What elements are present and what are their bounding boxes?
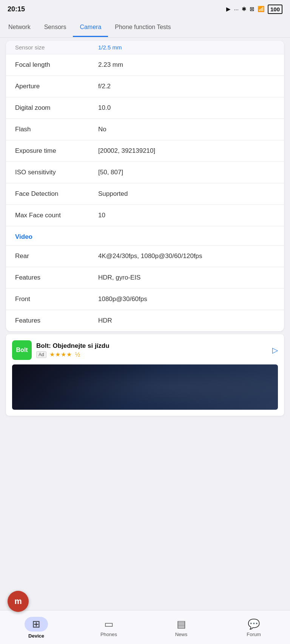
news-nav-label: News — [175, 632, 188, 637]
front-video-row: Front 1080p@30/60fps — [6, 289, 284, 310]
rear-features-value: HDR, gyro-EIS — [98, 274, 275, 281]
nfc-icon: ⊠ — [250, 6, 255, 12]
ad-star-half: ½ — [75, 351, 80, 358]
digital-zoom-row: Digital zoom 10.0 — [6, 97, 284, 119]
aperture-value: f/2.2 — [98, 83, 275, 90]
ad-header: Bolt Bolt: Objednejte si jízdu Ad ★★★★½ … — [12, 340, 278, 360]
ad-image-background — [12, 364, 278, 410]
exposure-time-label: Exposure time — [15, 147, 98, 155]
ad-logo: Bolt — [12, 340, 32, 360]
tab-sensors[interactable]: Sensors — [37, 18, 73, 37]
device-nav-label: Device — [28, 633, 44, 639]
face-detection-value: Supported — [98, 190, 275, 198]
ad-text-block: Bolt: Objednejte si jízdu Ad ★★★★½ — [36, 342, 110, 358]
device-icon-wrapper: ⊞ — [25, 617, 48, 632]
battery-indicator: 100 — [268, 5, 282, 14]
sensor-size-label: Sensor size — [15, 44, 98, 51]
flash-row: Flash No — [6, 119, 284, 140]
phones-icon: ▭ — [104, 618, 114, 630]
ad-info: Bolt Bolt: Objednejte si jízdu Ad ★★★★½ — [12, 340, 110, 360]
rear-label: Rear — [15, 252, 98, 260]
nav-item-news[interactable]: ▤ News — [145, 615, 218, 637]
nav-item-phones[interactable]: ▭ Phones — [72, 615, 145, 637]
phones-nav-label: Phones — [100, 632, 117, 637]
status-icons: ▶ ··· ✱ ⊠ 📶 100 — [226, 5, 282, 14]
tab-phone-function[interactable]: Phone function Tests — [108, 18, 177, 37]
front-features-label: Features — [15, 317, 98, 324]
front-label: Front — [15, 295, 98, 303]
focal-length-label: Focal length — [15, 61, 98, 69]
focal-length-value: 2.23 mm — [98, 61, 275, 69]
aperture-label: Aperture — [15, 83, 98, 90]
forum-nav-label: Forum — [247, 632, 261, 637]
forum-icon: 💬 — [248, 618, 260, 630]
digital-zoom-value: 10.0 — [98, 104, 275, 112]
tab-camera[interactable]: Camera — [73, 18, 108, 37]
exposure-time-value: [20002, 392139210] — [98, 147, 275, 155]
max-face-count-value: 10 — [98, 212, 275, 219]
status-time: 20:15 — [8, 5, 25, 13]
ad-meta: Ad ★★★★½ — [36, 351, 110, 358]
news-icon: ▤ — [177, 618, 186, 630]
tab-network[interactable]: Network — [2, 18, 37, 37]
status-bar: 20:15 ▶ ··· ✱ ⊠ 📶 100 — [0, 0, 290, 18]
ad-arrow-icon[interactable]: ▷ — [272, 346, 278, 355]
ad-section[interactable]: Bolt Bolt: Objednejte si jízdu Ad ★★★★½ … — [6, 334, 284, 416]
iso-sensitivity-row: ISO sensitivity [50, 807] — [6, 162, 284, 183]
sensor-size-row: Sensor size 1/2.5 mm — [6, 41, 284, 54]
flash-value: No — [98, 126, 275, 133]
camera-specs-card: Sensor size 1/2.5 mm Focal length 2.23 m… — [6, 41, 284, 331]
nav-tabs: Network Sensors Camera Phone function Te… — [0, 18, 290, 38]
rear-features-label: Features — [15, 274, 98, 281]
rear-features-row: Features HDR, gyro-EIS — [6, 267, 284, 289]
digital-zoom-label: Digital zoom — [15, 104, 98, 112]
iso-label: ISO sensitivity — [15, 169, 98, 176]
video-section-header: Video — [6, 226, 284, 246]
ad-title: Bolt: Objednejte si jízdu — [36, 342, 110, 350]
avatar[interactable]: m — [8, 591, 29, 612]
more-icon: ··· — [234, 6, 239, 12]
nav-item-forum[interactable]: 💬 Forum — [218, 615, 290, 637]
focal-length-row: Focal length 2.23 mm — [6, 54, 284, 76]
ad-stars: ★★★★ — [49, 351, 72, 358]
max-face-count-label: Max Face count — [15, 212, 98, 219]
bluetooth-icon: ✱ — [242, 6, 247, 12]
sensor-size-value: 1/2.5 mm — [98, 44, 275, 51]
ad-image — [12, 364, 278, 410]
front-features-value: HDR — [98, 317, 275, 324]
flash-label: Flash — [15, 126, 98, 133]
device-icon: ⊞ — [32, 618, 40, 630]
bottom-nav: ⊞ Device ▭ Phones ▤ News 💬 Forum — [0, 610, 290, 644]
ad-badge: Ad — [36, 351, 46, 358]
front-value: 1080p@30/60fps — [98, 295, 275, 303]
iso-value: [50, 807] — [98, 169, 275, 176]
face-detection-row: Face Detection Supported — [6, 183, 284, 205]
max-face-count-row: Max Face count 10 — [6, 205, 284, 226]
play-icon: ▶ — [226, 6, 231, 12]
wifi-icon: 📶 — [258, 6, 265, 12]
exposure-time-row: Exposure time [20002, 392139210] — [6, 140, 284, 162]
aperture-row: Aperture f/2.2 — [6, 76, 284, 97]
face-detection-label: Face Detection — [15, 190, 98, 198]
nav-item-device[interactable]: ⊞ Device — [0, 613, 72, 639]
front-features-row: Features HDR — [6, 310, 284, 331]
rear-video-row: Rear 4K@24/30fps, 1080p@30/60/120fps — [6, 246, 284, 267]
rear-value: 4K@24/30fps, 1080p@30/60/120fps — [98, 252, 275, 260]
